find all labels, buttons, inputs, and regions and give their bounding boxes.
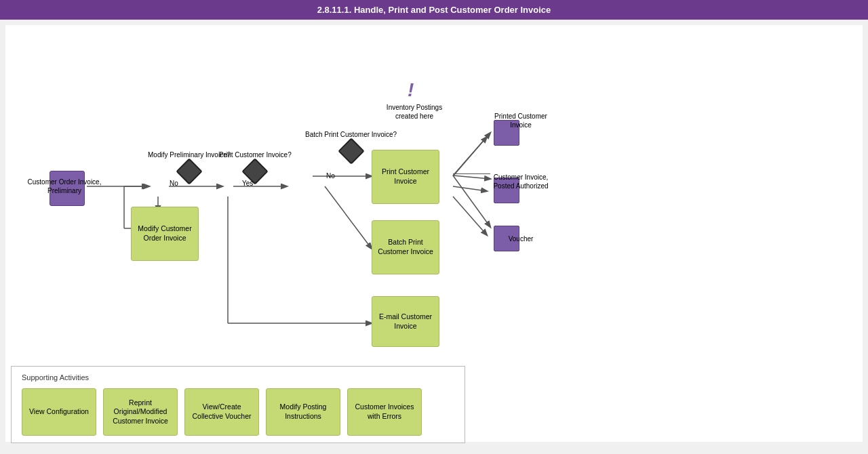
customer-order-invoice-label: Customer Order Invoice, Preliminary: [27, 178, 102, 195]
decision-print-label: Print Customer Invoice?: [219, 150, 292, 159]
title-bar: 2.8.11.1. Handle, Print and Post Custome…: [0, 0, 868, 20]
inventory-postings-icon: !: [408, 79, 414, 101]
label-no1: No: [170, 180, 178, 187]
title-label: 2.8.11.1. Handle, Print and Post Custome…: [317, 5, 551, 15]
supporting-activities-section: Supporting Activities View Configuration…: [11, 366, 465, 443]
label-no2: No: [326, 172, 335, 180]
diagram: Customer Order Invoice, Preliminary Modi…: [12, 32, 856, 377]
label-yes1: Yes: [242, 180, 253, 187]
decision-diamond-1: [176, 158, 203, 185]
decision-diamond-3: [338, 138, 365, 165]
svg-line-16: [453, 176, 490, 227]
supporting-modify-posting[interactable]: Modify Posting Instructions: [266, 388, 340, 436]
email-customer-invoice-box[interactable]: E-mail Customer Invoice: [372, 296, 439, 347]
print-customer-invoice-box[interactable]: Print Customer Invoice: [372, 150, 439, 204]
supporting-customer-invoices-errors[interactable]: Customer Invoices with Errors: [347, 388, 422, 436]
right-lines: [446, 120, 507, 255]
supporting-items-container: View Configuration Reprint Original/Modi…: [22, 388, 454, 436]
supporting-view-configuration[interactable]: View Configuration: [22, 388, 96, 436]
inventory-postings-label: Inventory Postings created here: [384, 103, 445, 121]
batch-print-customer-invoice-box[interactable]: Batch Print Customer Invoice: [372, 220, 439, 274]
supporting-view-create-collective[interactable]: View/Create Collective Voucher: [184, 388, 259, 436]
svg-line-15: [453, 176, 490, 179]
supporting-reprint-original[interactable]: Reprint Original/Modified Customer Invoi…: [103, 388, 178, 436]
svg-line-8: [325, 186, 372, 249]
supporting-activities-title: Supporting Activities: [22, 373, 454, 381]
modify-customer-order-box[interactable]: Modify Customer Order Invoice: [131, 207, 199, 261]
decision-modify-preliminary: Modify Preliminary Invoice?: [148, 150, 231, 181]
decision-print-invoice: Print Customer Invoice?: [219, 150, 292, 181]
svg-line-14: [453, 133, 490, 176]
